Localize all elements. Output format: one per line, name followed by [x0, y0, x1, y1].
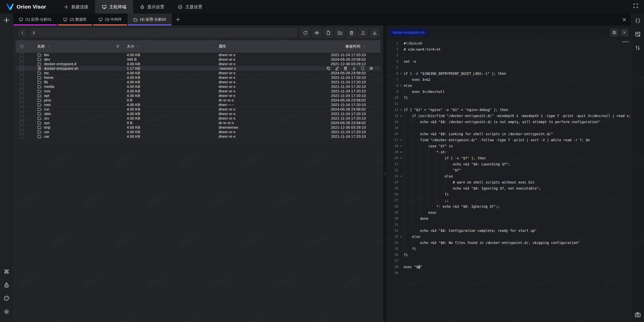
fold-toggle-icon[interactable]: ∨: [398, 70, 404, 77]
row-checkbox[interactable]: [20, 116, 24, 120]
delete-action-icon[interactable]: [343, 66, 348, 70]
fold-toggle-icon[interactable]: ∨: [398, 113, 404, 119]
code-editor[interactable]: 1#!/bin/sh2# vim:sw=4:ts=4:et34set -e56∨…: [387, 40, 631, 322]
path-input-box[interactable]: [29, 28, 298, 38]
filter-icon[interactable]: [116, 45, 120, 48]
sort-icon[interactable]: [363, 45, 366, 48]
row-checkbox[interactable]: [20, 85, 24, 88]
copy-action-icon[interactable]: [326, 66, 331, 70]
row-checkbox[interactable]: [20, 103, 24, 106]
row-checkbox[interactable]: [20, 130, 24, 134]
permission-action-icon[interactable]: [369, 66, 373, 70]
screenshot-button[interactable]: [634, 311, 641, 318]
table-row[interactable]: usr4.00 KBdrwxr-xr-x2021-11-24 17:20:10: [16, 130, 380, 134]
table-row[interactable]: home4.00 KBdrwxr-xr-x2021-11-24 17:20:10: [16, 75, 380, 80]
download-line-action-icon[interactable]: [352, 66, 356, 70]
new-tab-button[interactable]: [172, 14, 184, 25]
delete-button[interactable]: [346, 28, 356, 38]
table-row[interactable]: srv4.00 KBdrwxr-xr-x2021-11-24 17:20:10: [16, 116, 380, 121]
upload-button[interactable]: [358, 28, 368, 38]
moveto-action-icon[interactable]: [360, 66, 365, 70]
table-row[interactable]: run4.00 KBdrwxr-xr-x2024-05-28 23:58:02: [16, 107, 380, 112]
sort-icon[interactable]: [47, 45, 51, 48]
fold-toggle-icon[interactable]: ∨: [398, 173, 404, 179]
terminal-tab-3[interactable]: (4) 应用-分析02: [128, 14, 172, 25]
close-panel-button[interactable]: [622, 17, 627, 22]
terminal-tab-1[interactable]: (2) 数据库: [57, 14, 93, 25]
row-checkbox[interactable]: [20, 94, 24, 97]
nav-item-2[interactable]: 显示设置: [133, 0, 171, 14]
row-checkbox[interactable]: [20, 98, 24, 102]
sort-icon[interactable]: [136, 45, 140, 48]
new-terminal-button[interactable]: [3, 17, 10, 23]
table-row[interactable]: opt4.00 KBdrwxr-xr-x2021-11-24 17:20:10: [16, 93, 380, 98]
folder-icon: [37, 93, 42, 98]
table-row[interactable]: docker-entrypoint.d4.00 KBdrwxr-xr-x2021…: [16, 62, 380, 66]
row-checkbox[interactable]: [20, 76, 24, 79]
table-row[interactable]: proc0 Bdr-xr-xr-x2024-05-28 23:58:02: [16, 98, 380, 102]
terminal-tab-2[interactable]: (3) 中间件: [93, 14, 128, 25]
table-row[interactable]: media4.00 KBdrwxr-xr-x2021-11-24 17:20:1…: [16, 84, 380, 89]
edit-action-icon[interactable]: [335, 66, 339, 70]
table-row[interactable]: docker-entrypoint.sh1.17 KB-rwxrwxr-x: [16, 66, 380, 71]
table-row[interactable]: bin4.00 KBdrwxr-xr-x2021-11-24 17:20:10: [16, 53, 380, 57]
terminal-tab-0[interactable]: (1) 应用-分析01: [13, 14, 57, 25]
header-size[interactable]: 大小: [121, 44, 213, 49]
braces-button[interactable]: {}: [635, 18, 641, 24]
refresh-button[interactable]: [300, 28, 310, 38]
fold-toggle-icon[interactable]: ∨: [398, 155, 404, 161]
save-button[interactable]: [610, 28, 618, 37]
fold-toggle-icon[interactable]: ∨: [398, 234, 404, 240]
header-name[interactable]: 名称: [28, 44, 121, 49]
close-editor-button[interactable]: [620, 28, 628, 37]
fold-toggle-icon[interactable]: ∨: [398, 149, 404, 155]
notes-button[interactable]: [635, 31, 641, 37]
stamp-button[interactable]: [4, 282, 10, 288]
fold-toggle-icon[interactable]: ∨: [398, 83, 404, 89]
row-checkbox[interactable]: [20, 71, 24, 75]
row-checkbox[interactable]: [20, 89, 24, 93]
header-mtime[interactable]: 修改时间: [319, 44, 380, 49]
fold-toggle-icon[interactable]: ∨: [398, 137, 404, 143]
row-checkbox[interactable]: [20, 57, 24, 61]
fullscreen-button[interactable]: [633, 3, 640, 11]
preview-button[interactable]: [312, 28, 322, 38]
table-row[interactable]: mnt4.00 KBdrwxr-xr-x2021-11-24 17:20:10: [16, 89, 380, 93]
fold-toggle-icon[interactable]: ∨: [398, 143, 404, 149]
row-checkbox[interactable]: [20, 112, 24, 116]
row-checkbox[interactable]: [20, 80, 24, 84]
nav-item-0[interactable]: 新建连接: [57, 0, 95, 14]
row-checkbox[interactable]: [20, 53, 24, 57]
code-text: [404, 64, 631, 70]
code-line: 25 echo >&3 "$0: Ignoring $f, not execut…: [387, 185, 631, 191]
palette-button[interactable]: [4, 295, 10, 301]
gear-button[interactable]: [4, 309, 10, 315]
path-input[interactable]: [38, 30, 295, 35]
panel-resize-handle[interactable]: [383, 25, 387, 322]
row-checkbox[interactable]: [20, 62, 24, 66]
download-button[interactable]: [370, 28, 380, 38]
fold-toggle-icon[interactable]: ∨: [398, 107, 404, 113]
table-row[interactable]: etc4.00 KBdrwxr-xr-x2024-05-28 23:58:02: [16, 71, 380, 75]
table-row[interactable]: lib4.00 KBdrwxr-xr-x2021-11-24 17:20:10: [16, 80, 380, 84]
updown-button[interactable]: [635, 45, 641, 51]
row-checkbox[interactable]: [20, 121, 24, 125]
table-row[interactable]: dev340 Bdrwxr-xr-x2024-05-28 23:58:02: [16, 57, 380, 62]
row-checkbox[interactable]: [20, 134, 24, 138]
row-checkbox[interactable]: [20, 66, 24, 70]
nav-item-3[interactable]: 主题设置: [171, 0, 209, 14]
nav-item-1[interactable]: 主机终端: [95, 0, 133, 14]
new-folder-button[interactable]: [335, 28, 345, 38]
table-row[interactable]: var4.00 KBdrwxr-xr-x2021-11-24 17:20:10: [16, 134, 380, 139]
row-checkbox[interactable]: [20, 125, 24, 129]
new-file-button[interactable]: [323, 28, 333, 38]
editor-file-tab[interactable]: docker-entrypoint.sh: [389, 28, 428, 37]
select-all-checkbox[interactable]: [20, 45, 24, 48]
command-button[interactable]: ⌘: [4, 269, 10, 275]
table-row[interactable]: tmp4.00 KBdrwxrwxrwx2021-12-30 03:29:10: [16, 125, 380, 130]
table-row[interactable]: root4.00 KBdrwx------2021-11-24 17:20:10: [16, 102, 380, 107]
table-row[interactable]: sbin4.00 KBdrwxr-xr-x2021-11-24 17:20:10: [16, 112, 380, 116]
table-row[interactable]: sys0 Bdr-xr-xr-x2024-05-28 23:58:02: [16, 121, 380, 125]
row-checkbox[interactable]: [20, 107, 24, 111]
back-button[interactable]: [18, 28, 27, 37]
